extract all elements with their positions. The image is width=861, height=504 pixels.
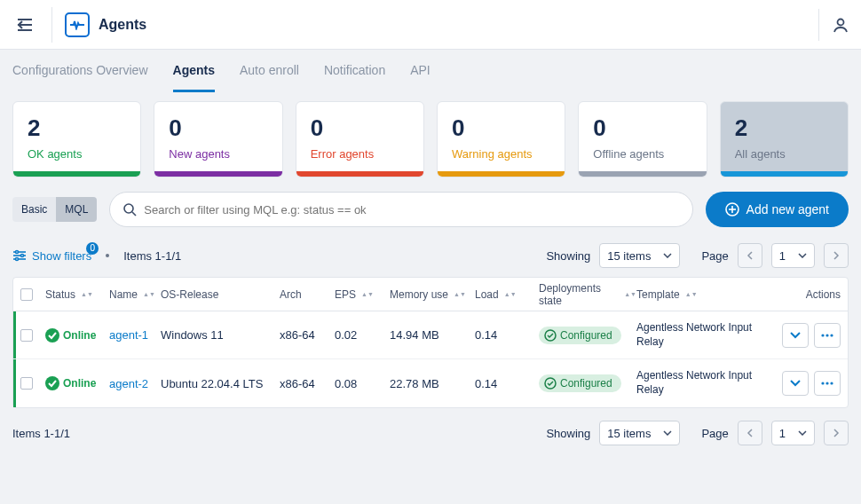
os-release-text: Windows 11 (161, 328, 280, 342)
deployment-state-pill: Configured (539, 374, 621, 392)
stat-card-warning-agents[interactable]: 0Warning agents (437, 101, 565, 177)
separator-dot (106, 254, 109, 257)
arch-text: x86-64 (280, 377, 335, 390)
add-new-agent-button[interactable]: Add new agent (706, 192, 849, 227)
col-status[interactable]: Status▲▼ (45, 288, 109, 301)
stat-bar (154, 171, 281, 177)
dots-icon (821, 334, 833, 337)
stat-card-ok-agents[interactable]: 2OK agents (12, 101, 141, 177)
footer-page-size-select[interactable]: 15 items (599, 421, 680, 445)
chevron-down-icon (790, 380, 801, 387)
col-deployments[interactable]: Deployments state▲▼ (539, 282, 636, 307)
stat-label: Error agents (311, 147, 409, 161)
page-size-select[interactable]: 15 items (599, 243, 680, 268)
template-text: Agentless Network Input Relay (636, 369, 764, 397)
chevron-down-icon (790, 332, 801, 339)
tab-agents[interactable]: Agents (173, 50, 215, 92)
footer-page-next-button[interactable] (824, 421, 849, 445)
svg-point-14 (16, 258, 19, 261)
footer-items-text: Items 1-1/1 (12, 427, 70, 440)
template-text: Agentless Network Input Relay (636, 321, 764, 349)
svg-point-20 (45, 376, 59, 390)
row-more-button[interactable] (814, 323, 841, 348)
chevron-down-icon (798, 430, 807, 436)
svg-point-24 (830, 382, 833, 384)
col-os[interactable]: OS-Release (161, 288, 280, 301)
tab-auto-enroll[interactable]: Auto enroll (240, 50, 299, 92)
menu-icon (16, 18, 34, 32)
search-row: Basic MQL Add new agent (0, 192, 861, 243)
chevron-down-icon (663, 430, 672, 436)
eps-text: 0.02 (335, 328, 390, 342)
chevron-down-icon (663, 253, 672, 258)
stat-count: 0 (311, 114, 409, 142)
search-input[interactable] (144, 203, 679, 217)
deployment-state-pill: Configured (539, 327, 621, 344)
show-filters-button[interactable]: Show filters 0 (12, 249, 91, 263)
stat-cards: 2OK agents0New agents0Error agents0Warni… (0, 92, 861, 192)
check-circle-icon (544, 329, 557, 342)
showing-label: Showing (546, 249, 590, 263)
agent-name-link[interactable]: agent-1 (109, 328, 148, 342)
top-bar: Agents (0, 0, 861, 50)
stat-bar (438, 171, 565, 177)
stat-card-offline-agents[interactable]: 0Offline agents (578, 101, 707, 177)
row-more-button[interactable] (814, 371, 841, 396)
stat-count: 0 (452, 114, 550, 142)
col-name[interactable]: Name▲▼ (109, 288, 161, 301)
search-mode-mql[interactable]: MQL (56, 197, 97, 222)
col-load[interactable]: Load▲▼ (475, 288, 539, 301)
menu-toggle-button[interactable] (11, 11, 39, 39)
stat-card-all-agents[interactable]: 2All agents (720, 101, 849, 177)
footer-page-prev-button[interactable] (738, 421, 762, 445)
stat-label: All agents (735, 147, 833, 161)
agent-name-link[interactable]: agent-2 (109, 377, 148, 390)
svg-point-13 (21, 255, 24, 257)
user-icon (832, 16, 849, 34)
load-text: 0.14 (475, 377, 539, 390)
stat-label: Offline agents (593, 147, 691, 161)
svg-point-3 (837, 19, 843, 25)
page-number-select[interactable]: 1 (771, 243, 815, 268)
stat-count: 2 (28, 114, 126, 142)
stat-count: 0 (593, 114, 691, 142)
chevron-right-icon (833, 429, 840, 437)
svg-point-19 (830, 334, 833, 336)
tab-configurations-overview[interactable]: Configurations Overview (12, 50, 148, 92)
svg-point-18 (825, 334, 828, 336)
col-template[interactable]: Template▲▼ (636, 288, 764, 301)
footer-showing-label: Showing (546, 427, 590, 440)
col-memory[interactable]: Memory use▲▼ (390, 288, 475, 301)
svg-point-15 (45, 328, 59, 343)
eps-text: 0.08 (335, 377, 390, 390)
stat-card-error-agents[interactable]: 0Error agents (296, 101, 424, 177)
footer-row: Items 1-1/1 Showing 15 items Page 1 (0, 408, 861, 458)
col-eps[interactable]: EPS▲▼ (335, 288, 390, 301)
page-title: Agents (99, 17, 146, 33)
col-actions: Actions (764, 288, 841, 301)
row-expand-button[interactable] (782, 323, 809, 348)
page-prev-button[interactable] (738, 243, 762, 268)
row-expand-button[interactable] (782, 371, 809, 396)
search-mode-toggle: Basic MQL (12, 197, 97, 222)
memory-text: 14.94 MB (390, 328, 475, 342)
tab-notification[interactable]: Notification (324, 50, 385, 92)
stat-count: 0 (169, 114, 267, 142)
search-box[interactable] (109, 192, 692, 227)
row-checkbox[interactable] (20, 377, 33, 390)
page-next-button[interactable] (824, 243, 849, 268)
tab-api[interactable]: API (410, 50, 430, 92)
select-all-checkbox[interactable] (20, 288, 33, 301)
footer-page-number-select[interactable]: 1 (771, 421, 815, 445)
arch-text: x86-64 (280, 328, 335, 342)
col-arch[interactable]: Arch (280, 288, 335, 301)
search-mode-basic[interactable]: Basic (12, 197, 56, 222)
status-indicator: Online (45, 328, 96, 343)
user-menu-button[interactable] (818, 9, 850, 41)
table-row: Onlineagent-2Ubuntu 22.04.4 LTSx86-640.0… (13, 359, 848, 407)
memory-text: 22.78 MB (390, 377, 475, 390)
filter-icon (12, 249, 27, 262)
stat-count: 2 (735, 114, 833, 142)
row-checkbox[interactable] (20, 329, 33, 342)
stat-card-new-agents[interactable]: 0New agents (154, 101, 282, 177)
